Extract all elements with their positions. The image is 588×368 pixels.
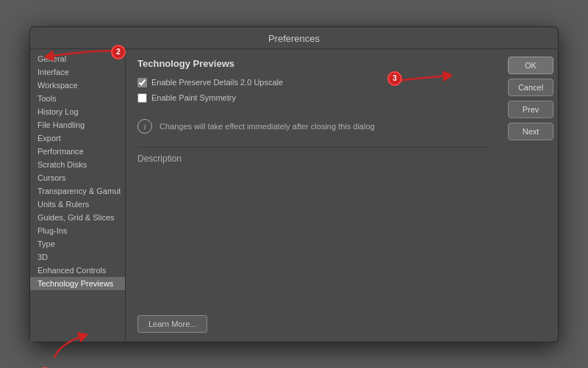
- description-area: [137, 170, 492, 303]
- sidebar-item-enhanced-controls[interactable]: Enhanced Controls: [30, 264, 125, 277]
- dialog-title-bar: Preferences: [30, 27, 558, 49]
- prev-button[interactable]: Prev: [508, 101, 553, 118]
- sidebar: GeneralInterfaceWorkspaceToolsHistory Lo…: [30, 49, 126, 342]
- right-buttons-panel: OK Cancel Prev Next: [503, 49, 558, 342]
- arrow-1-icon: [51, 332, 87, 361]
- sidebar-item-guides-grid--slices[interactable]: Guides, Grid & Slices: [30, 211, 125, 224]
- checkbox1-label[interactable]: Enable Preserve Details 2.0 Upscale: [151, 78, 283, 87]
- checkbox1-row: Enable Preserve Details 2.0 Upscale: [137, 78, 492, 87]
- preferences-dialog: Preferences GeneralInterfaceWorkspaceToo…: [29, 26, 559, 342]
- checkbox2-label[interactable]: Enable Paint Symmetry: [151, 93, 236, 102]
- sidebar-item-performance[interactable]: Performance: [30, 145, 125, 158]
- sidebar-item-workspace[interactable]: Workspace: [30, 79, 125, 92]
- paint-symmetry-checkbox[interactable]: [137, 93, 147, 103]
- sidebar-item-plug-ins[interactable]: Plug-Ins: [30, 224, 125, 237]
- sidebar-item-general[interactable]: General: [30, 52, 125, 65]
- sidebar-item-type[interactable]: Type: [30, 237, 125, 250]
- sidebar-item-export[interactable]: Export: [30, 131, 125, 145]
- divider: [137, 147, 492, 148]
- info-box: i Changes will take effect immediately a…: [137, 119, 492, 134]
- sidebar-item-interface[interactable]: Interface: [30, 65, 125, 79]
- sidebar-item-file-handling[interactable]: File Handling: [30, 118, 125, 131]
- section-title: Technology Previews: [137, 58, 492, 69]
- learn-more-button[interactable]: Learn More...: [137, 315, 207, 333]
- next-button[interactable]: Next: [508, 123, 553, 140]
- sidebar-item-units--rulers[interactable]: Units & Rulers: [30, 198, 125, 211]
- info-icon: i: [137, 119, 152, 134]
- sidebar-item-cursors[interactable]: Cursors: [30, 171, 125, 184]
- sidebar-item-history-log[interactable]: History Log: [30, 105, 125, 118]
- sidebar-item-tools[interactable]: Tools: [30, 92, 125, 105]
- sidebar-item-transparency--gamut[interactable]: Transparency & Gamut: [30, 184, 125, 198]
- preserve-details-checkbox[interactable]: [137, 78, 147, 87]
- sidebar-item-technology-previews[interactable]: Technology Previews: [30, 277, 125, 290]
- dialog-title: Preferences: [268, 33, 320, 44]
- info-message: Changes will take effect immediately aft…: [159, 122, 375, 131]
- dialog-body: GeneralInterfaceWorkspaceToolsHistory Lo…: [30, 49, 558, 342]
- description-label: Description: [137, 154, 492, 164]
- cancel-button[interactable]: Cancel: [508, 79, 553, 96]
- main-content: 2 3 Technology Previews Enable Preserve …: [126, 49, 503, 342]
- checkbox2-row: Enable Paint Symmetry: [137, 93, 492, 103]
- sidebar-item-scratch-disks[interactable]: Scratch Disks: [30, 158, 125, 171]
- ok-button[interactable]: OK: [508, 57, 553, 74]
- sidebar-item-3d[interactable]: 3D: [30, 250, 125, 264]
